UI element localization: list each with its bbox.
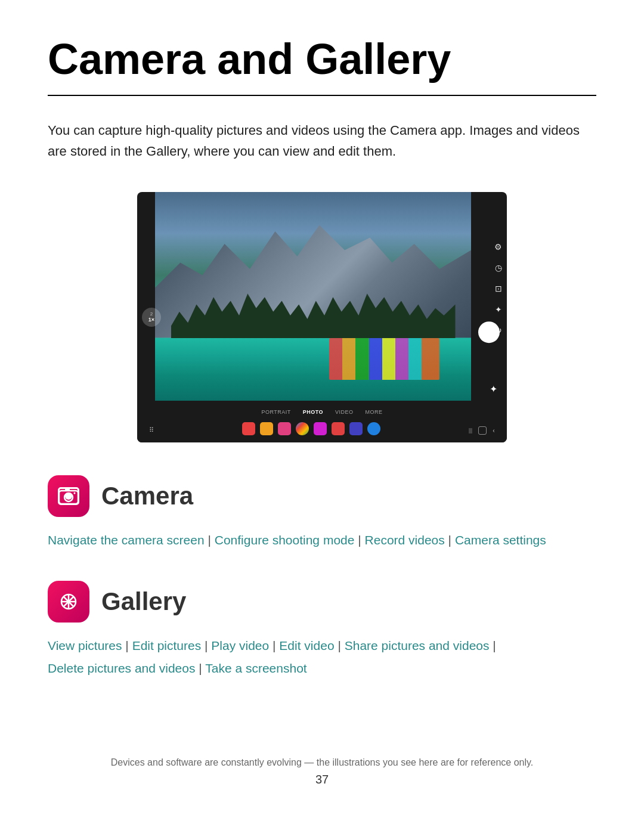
configure-shooting-link[interactable]: Configure shooting mode: [215, 533, 355, 547]
page-title: Camera and Gallery: [48, 36, 596, 83]
svg-point-10: [67, 600, 70, 603]
video-mode[interactable]: VIDEO: [335, 409, 354, 415]
app-icon-6[interactable]: [332, 422, 345, 435]
gallery-app-icon: [48, 581, 89, 623]
intro-paragraph: You can capture high-quality pictures an…: [48, 120, 584, 162]
filter-icon: ✦: [490, 383, 497, 395]
grid-icon: ⠿: [149, 426, 154, 434]
camera-screenshot-container: 2 1× ⚙ ◷ ⊡ ✦ ↻ ✦ PORTRAIT PHOTO VIDEO MO…: [48, 192, 596, 442]
shutter-button[interactable]: [478, 321, 500, 343]
svg-point-1: [64, 493, 73, 501]
share-pictures-link[interactable]: Share pictures and videos: [345, 639, 490, 652]
svg-rect-3: [65, 488, 70, 491]
nav-buttons: ||| ‹: [469, 426, 495, 435]
view-pictures-link[interactable]: View pictures: [48, 639, 122, 652]
gallery-section-title: Gallery: [101, 587, 186, 616]
aspect-ratio-icon: ⊡: [495, 284, 502, 294]
camera-bottom-bar: PORTRAIT PHOTO VIDEO MORE ⠿: [137, 401, 507, 442]
edit-pictures-link[interactable]: Edit pictures: [132, 639, 202, 652]
svg-point-4: [74, 492, 76, 494]
recents-btn[interactable]: |||: [469, 427, 472, 433]
camera-screenshot: 2 1× ⚙ ◷ ⊡ ✦ ↻ ✦ PORTRAIT PHOTO VIDEO MO…: [137, 192, 507, 442]
camera-icon-svg: [58, 487, 79, 505]
title-divider: [48, 95, 596, 96]
boats-area: [329, 338, 440, 380]
svg-rect-0: [59, 491, 78, 504]
svg-point-2: [67, 496, 70, 499]
settings-icon: ⚙: [494, 242, 502, 252]
home-btn[interactable]: [478, 426, 487, 435]
camera-section-title: Camera: [101, 482, 193, 510]
app-icon-1[interactable]: [242, 422, 255, 435]
app-icon-3[interactable]: [278, 422, 291, 435]
camera-settings-link[interactable]: Camera settings: [455, 533, 546, 547]
camera-section-header: Camera: [48, 475, 596, 517]
motion-icon: ✦: [495, 305, 502, 315]
zoom-display: 2 1×: [142, 308, 161, 327]
camera-viewfinder: [155, 192, 471, 401]
camera-controls: ⚙ ◷ ⊡ ✦ ↻: [494, 242, 502, 336]
app-icon-5[interactable]: [314, 422, 327, 435]
app-icon-8[interactable]: [367, 422, 380, 435]
gallery-links: View pictures | Edit pictures | Play vid…: [48, 634, 596, 680]
page-number: 37: [48, 773, 596, 786]
app-icon-4[interactable]: [296, 422, 309, 435]
delete-pictures-link[interactable]: Delete pictures and videos: [48, 661, 195, 675]
footer-disclaimer: Devices and software are constantly evol…: [48, 710, 596, 768]
edit-video-link[interactable]: Edit video: [279, 639, 334, 652]
back-btn[interactable]: ‹: [493, 426, 495, 435]
navigate-camera-link[interactable]: Navigate the camera screen: [48, 533, 205, 547]
camera-modes-row: PORTRAIT PHOTO VIDEO MORE: [137, 404, 507, 415]
app-icon-2[interactable]: [260, 422, 273, 435]
portrait-mode[interactable]: PORTRAIT: [261, 409, 290, 415]
more-mode[interactable]: MORE: [366, 409, 383, 415]
photo-mode[interactable]: PHOTO: [303, 409, 323, 415]
zoom-indicator-area: 2 1×: [142, 308, 161, 327]
app-icon-7[interactable]: [349, 422, 363, 435]
take-screenshot-link[interactable]: Take a screenshot: [205, 661, 306, 675]
play-video-link[interactable]: Play video: [211, 639, 269, 652]
record-videos-link[interactable]: Record videos: [365, 533, 445, 547]
camera-links: Navigate the camera screen | Configure s…: [48, 529, 596, 552]
camera-app-icon: [48, 475, 89, 517]
gallery-icon-svg: [57, 590, 80, 614]
gallery-section-header: Gallery: [48, 581, 596, 623]
quick-apps-row: [242, 422, 380, 439]
timer-icon: ◷: [495, 263, 502, 273]
